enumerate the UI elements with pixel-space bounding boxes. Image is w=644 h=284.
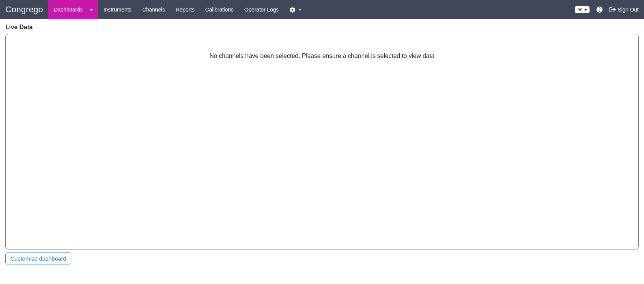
- nav-right: en Sign Out: [575, 0, 644, 19]
- nav-channels-label: Channels: [142, 7, 165, 13]
- language-button[interactable]: en: [575, 6, 589, 13]
- brand-logo[interactable]: Congrego: [0, 0, 48, 19]
- nav-dashboards[interactable]: Dashboards: [48, 0, 98, 19]
- customise-dashboard-button[interactable]: Customise dashboard: [5, 253, 71, 264]
- live-data-card: No channels have been selected. Please e…: [5, 34, 639, 249]
- gear-icon: [290, 7, 295, 13]
- caret-down-icon: [584, 9, 587, 11]
- nav-instruments[interactable]: Instruments: [98, 0, 137, 19]
- caret-down-icon[interactable]: [90, 7, 93, 13]
- nav-reports[interactable]: Reports: [170, 0, 200, 19]
- nav-operator-logs[interactable]: Operator Logs: [239, 0, 284, 19]
- nav-instruments-label: Instruments: [104, 7, 132, 13]
- nav-dashboards-label: Dashboards: [54, 7, 83, 13]
- page-title: Live Data: [5, 24, 639, 31]
- nav-left: Dashboards Instruments Channels Reports …: [48, 0, 306, 19]
- page-content: Live Data No channels have been selected…: [0, 19, 644, 270]
- signout-icon: [609, 7, 616, 13]
- help-icon[interactable]: [596, 7, 603, 13]
- nav-calibrations-label: Calibrations: [205, 7, 234, 13]
- nav-channels[interactable]: Channels: [137, 0, 170, 19]
- caret-down-icon: [298, 9, 301, 11]
- nav-reports-label: Reports: [176, 7, 194, 13]
- language-label: en: [577, 7, 582, 12]
- top-navbar: Congrego Dashboards Instruments Channels…: [0, 0, 644, 19]
- nav-settings[interactable]: [284, 0, 307, 19]
- empty-state-message: No channels have been selected. Please e…: [6, 53, 638, 59]
- nav-calibrations[interactable]: Calibrations: [200, 0, 239, 19]
- signout-label: Sign Out: [618, 7, 639, 13]
- signout-button[interactable]: Sign Out: [609, 7, 639, 13]
- nav-operator-logs-label: Operator Logs: [244, 7, 279, 13]
